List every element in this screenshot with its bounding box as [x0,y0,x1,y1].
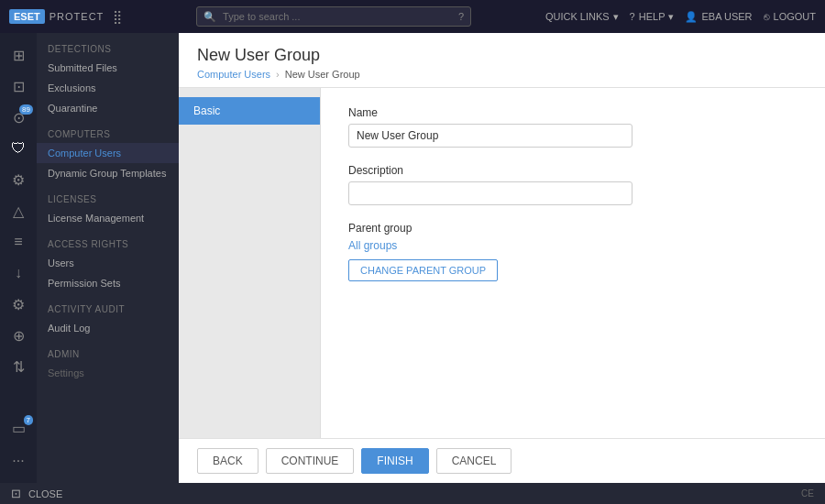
nav-sidebar: DETECTIONS Submitted Files Exclusions Qu… [37,33,179,483]
wizard-nav: Basic [179,88,321,438]
close-screen-icon: ⊡ [11,487,21,500]
continue-button[interactable]: CONTINUE [266,448,355,474]
logout-icon: ⎋ [764,11,770,22]
quick-links-label: QUICK LINKS [545,11,610,22]
nav-dynamic-group-templates[interactable]: Dynamic Group Templates [37,163,179,183]
user-button[interactable]: 👤 EBA USER [685,11,752,23]
sidebar-icon-download[interactable]: ↓ [2,258,35,288]
back-button[interactable]: BACK [197,448,258,474]
page-title: New User Group [197,46,807,65]
wizard-form: Name Description Parent group All groups… [321,88,825,438]
action-bar: BACK CONTINUE FINISH CANCEL [179,438,825,483]
sidebar-icon-more[interactable]: ··· [2,446,35,476]
search-icon: 🔍 [204,11,216,23]
parent-group-group: Parent group All groups CHANGE PARENT GR… [348,222,798,281]
logo-text: ESET [9,9,45,24]
logout-label: LOGOUT [774,11,816,22]
badge-7: 7 [24,415,33,425]
sidebar-icon-arrow[interactable]: ⇅ [2,352,35,381]
change-parent-button[interactable]: CHANGE PARENT GROUP [348,259,498,281]
description-label: Description [348,164,798,177]
breadcrumb: Computer Users › New User Group [197,69,807,80]
section-detections: DETECTIONS [37,33,179,58]
help-button[interactable]: ? HELP ▾ [630,11,675,23]
quick-links-button[interactable]: QUICK LINKS ▾ [545,11,619,23]
wizard-nav-basic[interactable]: Basic [179,97,320,125]
finish-button[interactable]: FINISH [361,448,428,474]
nav-computer-users[interactable]: Computer Users [37,143,179,163]
help-chevron-icon: ▾ [668,11,674,23]
sidebar-icon-dashboard[interactable]: ⊡ [2,71,35,101]
section-licenses: LICENSES [37,183,179,208]
section-access-rights: ACCESS RIGHTS [37,228,179,253]
page-header: New User Group Computer Users › New User… [179,33,825,88]
breadcrumb-parent[interactable]: Computer Users [197,69,270,80]
parent-group-value[interactable]: All groups [348,239,798,252]
description-input[interactable] [348,181,632,205]
sidebar-icon-monitor[interactable]: ▭ 7 [2,413,35,443]
name-label: Name [348,106,798,119]
sidebar-icon-bell[interactable]: ⊕ [2,321,35,350]
section-computers: COMPUTERS [37,118,179,143]
sidebar-icon-alert[interactable]: △ [2,196,35,225]
grid-apps-icon[interactable]: ⣿ [113,9,122,24]
icon-sidebar-bottom: ▭ 7 ··· [2,413,35,476]
topbar-actions: QUICK LINKS ▾ ? HELP ▾ 👤 EBA USER ⎋ LOGO… [545,11,816,23]
logo-protect: PROTECT [50,11,104,22]
logo: ESET PROTECT [9,9,104,24]
main-layout: ⊞ ⊡ ⊙ 89 🛡 ⚙ △ ≡ ↓ ⚙ ⊕ ⇅ ▭ 7 ··· DETECTI… [0,33,825,483]
nav-settings: Settings [37,363,179,383]
sidebar-icon-grid[interactable]: ⊞ [2,40,35,70]
section-activity-audit: ACTIVITY AUDIT [37,293,179,318]
help-label: HELP [639,11,666,22]
nav-audit-log[interactable]: Audit Log [37,318,179,338]
topbar: ESET PROTECT ⣿ 🔍 ? QUICK LINKS ▾ ? HELP … [0,0,825,33]
user-icon: 👤 [685,11,698,23]
description-group: Description [348,164,798,205]
content-area: New User Group Computer Users › New User… [179,33,825,483]
bottom-bar: ⊡ CLOSE CE [0,483,825,504]
search-container: 🔍 ? [196,6,471,27]
nav-permission-sets[interactable]: Permission Sets [37,273,179,293]
section-admin: ADMIN [37,338,179,363]
user-label: EBA USER [701,11,752,22]
sidebar-icon-share[interactable]: ⊙ 89 [2,103,35,132]
nav-quarantine[interactable]: Quarantine [37,98,179,118]
sidebar-icon-chart[interactable]: ≡ [2,227,35,257]
icon-sidebar: ⊞ ⊡ ⊙ 89 🛡 ⚙ △ ≡ ↓ ⚙ ⊕ ⇅ ▭ 7 ··· [0,33,37,483]
logout-button[interactable]: ⎋ LOGOUT [764,11,816,22]
quick-links-chevron-icon: ▾ [613,11,619,23]
sidebar-icon-gear[interactable]: ⚙ [2,290,35,319]
nav-exclusions[interactable]: Exclusions [37,78,179,98]
parent-group-label: Parent group [348,222,798,235]
help-circle-icon[interactable]: ? [458,11,464,22]
ce-label: CE [801,488,814,499]
breadcrumb-current: New User Group [285,69,360,80]
name-input[interactable] [348,124,632,148]
close-label[interactable]: CLOSE [28,488,62,499]
nav-license-management[interactable]: License Management [37,208,179,228]
nav-users[interactable]: Users [37,253,179,273]
cancel-button[interactable]: CANCEL [436,448,512,474]
wizard-layout: Basic Name Description Parent group All … [179,88,825,438]
breadcrumb-separator: › [276,69,280,80]
name-group: Name [348,106,798,148]
sidebar-icon-settings[interactable]: ⚙ [2,165,35,194]
nav-submitted-files[interactable]: Submitted Files [37,58,179,78]
search-input[interactable] [196,6,471,27]
sidebar-icon-shield[interactable]: 🛡 [2,134,35,163]
badge-89: 89 [19,104,33,115]
help-icon: ? [630,11,635,22]
